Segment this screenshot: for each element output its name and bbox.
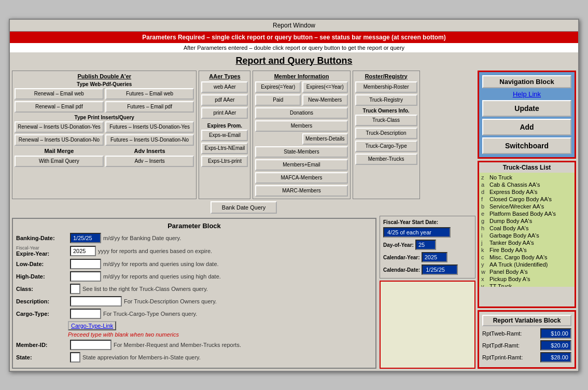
renewal-inserts-no-btn[interactable]: Renewal – Inserts US-Donation-No — [15, 134, 104, 146]
bank-date-query-btn[interactable]: Bank Date Query — [211, 201, 277, 214]
truck-class-item[interactable]: cMisc. Cargo Body AA's — [480, 254, 573, 261]
truck-code: v — [481, 283, 487, 287]
truck-class-item[interactable]: aCab & Chassis AA's — [480, 181, 573, 188]
mafca-members-btn[interactable]: MAFCA-Members — [255, 172, 347, 184]
low-date-input[interactable] — [70, 259, 101, 269]
truck-class-item[interactable]: gDump Body AA's — [480, 217, 573, 225]
truck-code: c — [481, 254, 487, 260]
rpt2-input[interactable] — [540, 340, 571, 351]
truck-label: Closed Cargo Body AA's — [489, 196, 552, 202]
truck-code: k — [481, 247, 487, 253]
member-id-input[interactable] — [70, 340, 111, 350]
truck-class-item[interactable]: hCoal Body AA's — [480, 225, 573, 232]
marc-members-btn[interactable]: MARC-Members — [255, 185, 347, 197]
truck-cargo-type-btn[interactable]: Truck-Cargo-Type — [355, 141, 417, 152]
with-email-query-btn[interactable]: With Email Query — [15, 156, 104, 167]
switchboard-btn[interactable]: Switchboard — [482, 137, 571, 154]
web-aaer-btn[interactable]: web AAer — [201, 81, 248, 93]
calendar-date-input[interactable] — [422, 264, 458, 275]
truck-class-btn[interactable]: Truck-Class — [355, 115, 417, 126]
cargo-type-input[interactable] — [70, 309, 101, 319]
nav-block: Navigation Block Help Link Update Add Sw… — [478, 71, 576, 159]
truck-code: y — [481, 261, 487, 268]
renewal-email-pdf-btn[interactable]: Renewal – Email pdf — [15, 101, 104, 113]
truck-label: AA Truck (Unidentified) — [489, 261, 548, 268]
truck-class-item[interactable]: yAA Truck (Unidentified) — [480, 261, 573, 268]
expires-lte-year-btn[interactable]: Expires(<=Year) — [302, 81, 348, 93]
futures-inserts-yes-btn[interactable]: Futures – Inserts US-Donation-Yes — [105, 121, 194, 133]
state-members-btn[interactable]: State-Members — [255, 146, 347, 158]
member-id-label: Member-ID: — [16, 342, 68, 348]
exps-w-email-btn[interactable]: Exps-w-Email — [201, 130, 248, 141]
truck-class-list[interactable]: zNo TruckaCab & Chassis AA'sdExpress Bod… — [479, 173, 575, 287]
add-btn[interactable]: Add — [482, 119, 571, 135]
nav-block-title: Navigation Block — [482, 75, 571, 88]
truck-class-item[interactable]: kFire Body AA's — [480, 246, 573, 254]
print-aaer-btn[interactable]: print AAer — [201, 107, 248, 119]
truck-registry-btn[interactable]: Truck-Registry — [355, 94, 417, 106]
truck-class-item[interactable]: zNo Truck — [480, 174, 573, 181]
truck-label: Garbage Body AA's — [489, 232, 539, 239]
renewal-inserts-yes-btn[interactable]: Renewal – Inserts US-Donation-Yes — [15, 121, 104, 133]
adv-inserts-label: Adv Inserts — [105, 148, 194, 154]
fiscal-start-input[interactable] — [383, 227, 451, 238]
rpt3-input[interactable] — [540, 352, 571, 363]
rpt1-input[interactable] — [540, 328, 571, 339]
expires-prom-title: Expires Prom. — [201, 123, 248, 129]
truck-class-title: Truck-Class List — [479, 162, 575, 173]
member-trucks-btn[interactable]: Member-Trucks — [355, 154, 417, 165]
parameter-block: Parameter Block Banking-Date: m/d/yy for… — [12, 218, 376, 369]
rpt2-label: RptTpdf-Ramt: — [482, 342, 520, 349]
adv-inserts-btn[interactable]: Adv – Inserts — [105, 156, 194, 167]
renewal-email-web-btn[interactable]: Renewal – Email web — [15, 88, 104, 100]
expire-year-input[interactable] — [70, 246, 96, 256]
alert-white-bar: After Parameters entered – double click … — [10, 43, 578, 52]
truck-class-item[interactable]: wPanel Body A's — [480, 268, 573, 275]
description-desc: For Truck-Description Owners query. — [124, 298, 217, 304]
exps-ltrs-print-btn[interactable]: Exps-Ltrs-print — [201, 156, 248, 167]
fiscal-block: Fiscal-Year Start Date: Day-of-Year: Cal… — [380, 216, 475, 369]
members-btn[interactable]: Members — [255, 120, 347, 132]
paid-btn[interactable]: Paid — [255, 94, 301, 106]
help-link[interactable]: Help Link — [513, 90, 541, 98]
membership-roster-btn[interactable]: Membership-Roster — [355, 81, 417, 93]
description-label: Description: — [16, 298, 68, 304]
truck-label: Dump Body AA's — [489, 218, 532, 224]
truck-label: Cab & Chassis AA's — [489, 182, 540, 188]
truck-class-item[interactable]: bService/Wrecker AA's — [480, 203, 573, 210]
members-email-btn[interactable]: Members+Email — [255, 159, 347, 171]
truck-class-item[interactable]: xPickup Body A's — [480, 275, 573, 283]
alert-red-bar: Parameters Required – single click repor… — [10, 32, 578, 43]
donations-btn[interactable]: Donations — [255, 107, 347, 119]
truck-class-item[interactable]: fClosed Cargo Body AA's — [480, 196, 573, 203]
roster-title: Roster/Registry — [355, 73, 417, 79]
expires-equal-year-btn[interactable]: Expires(=Year) — [255, 81, 301, 93]
futures-email-pdf-btn[interactable]: Futures – Email pdf — [105, 101, 194, 113]
title-bar: Report Window — [10, 20, 578, 32]
truck-class-item[interactable]: ePlatform Based Body AA's — [480, 210, 573, 217]
class-input[interactable] — [70, 284, 80, 294]
new-members-btn[interactable]: New-Members — [302, 94, 348, 106]
truck-label: Tanker Body AA's — [489, 240, 534, 246]
description-input[interactable] — [70, 296, 122, 307]
pdf-aaer-btn[interactable]: pdf AAer — [201, 94, 248, 106]
futures-inserts-no-btn[interactable]: Futures – Inserts US-Donation-No — [105, 134, 194, 146]
day-of-year-input[interactable] — [415, 240, 436, 250]
truck-code: z — [481, 174, 487, 180]
alert-white-text: After Parameters entered – double click … — [184, 45, 404, 51]
high-date-input[interactable] — [70, 271, 101, 282]
truck-class-item[interactable]: vTT Truck — [480, 283, 573, 287]
members-details-btn[interactable]: Members-Details — [302, 133, 348, 145]
update-btn[interactable]: Update — [482, 100, 571, 117]
truck-label: Coal Body AA's — [489, 225, 528, 231]
state-input[interactable] — [70, 352, 80, 363]
truck-class-item[interactable]: jTanker Body AA's — [480, 239, 573, 246]
truck-class-item[interactable]: iGarbage Body AA's — [480, 232, 573, 239]
futures-email-web-btn[interactable]: Futures – Email web — [105, 88, 194, 100]
truck-class-item[interactable]: dExpress Body AA's — [480, 188, 573, 196]
truck-description-btn[interactable]: Truck-Description — [355, 128, 417, 139]
cargo-type-link[interactable]: Cargo-Type-Link — [68, 321, 116, 330]
exps-ltrs-nemail-btn[interactable]: Exps-Ltrs-NEmail — [201, 143, 248, 154]
banking-date-input[interactable] — [70, 233, 101, 243]
calendar-year-input[interactable] — [422, 252, 447, 262]
